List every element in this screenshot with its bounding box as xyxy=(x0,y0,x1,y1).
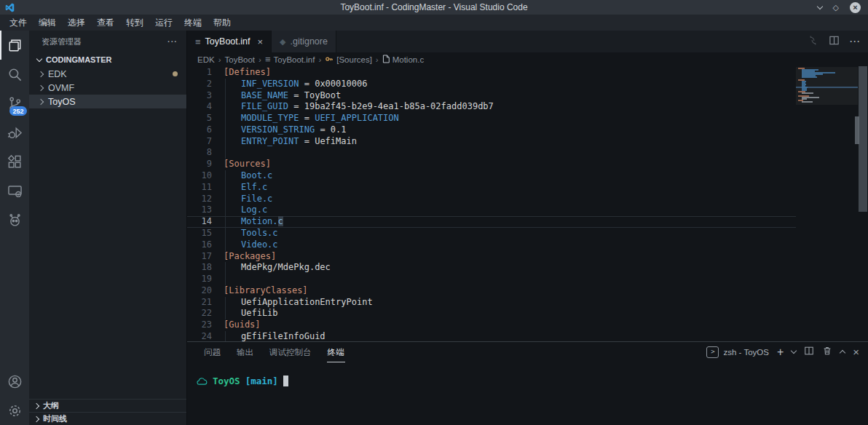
code-line-21[interactable]: 21UefiApplicationEntryPoint xyxy=(187,297,796,309)
title-bar: ToyBoot.inf - CodingMaster - Visual Stud… xyxy=(0,0,868,15)
activity-bar: 252 xyxy=(0,31,29,425)
remote-explorer-icon[interactable] xyxy=(0,176,29,205)
line-text: Log.c xyxy=(212,204,267,216)
new-terminal-icon[interactable]: + xyxy=(777,346,784,358)
line-number: 13 xyxy=(187,204,212,216)
menu-item-1[interactable]: 编辑 xyxy=(33,15,62,31)
titlebar-diamond-icon[interactable]: ◇ xyxy=(833,4,839,12)
breadcrumb-item-0[interactable]: EDK xyxy=(197,55,215,64)
menu-item-6[interactable]: 终端 xyxy=(178,15,208,31)
panel-tab-1[interactable]: 输出 xyxy=(229,342,261,364)
window-close-button[interactable]: × xyxy=(850,2,861,13)
breadcrumb-item-3[interactable]: [Sources] xyxy=(325,55,372,65)
terminal-selector[interactable]: > zsh - ToyOS xyxy=(706,346,768,358)
kill-terminal-icon[interactable] xyxy=(822,346,832,358)
menu-item-3[interactable]: 查看 xyxy=(91,15,120,31)
menu-item-2[interactable]: 选择 xyxy=(62,15,91,31)
menu-item-0[interactable]: 文件 xyxy=(4,15,33,31)
line-number: 11 xyxy=(187,182,212,194)
sidebar-item-ovmf[interactable]: OVMF xyxy=(29,81,186,95)
panel-tab-0[interactable]: 问题 xyxy=(196,342,229,364)
line-text: INF_VERSION = 0x00010006 xyxy=(212,79,367,90)
sidebar-more-actions-icon[interactable]: ··· xyxy=(167,37,178,46)
code-line-18[interactable]: 18MdePkg/MdePkg.dec xyxy=(187,262,796,274)
tree-item-label: ToyOS xyxy=(48,97,76,107)
split-terminal-icon[interactable] xyxy=(804,346,814,358)
settings-gear-icon[interactable] xyxy=(0,396,29,425)
sidebar-section-0[interactable]: 大纲 xyxy=(29,399,186,412)
code-line-20[interactable]: 20[LibraryClasses] xyxy=(187,285,796,297)
bug-extension-icon[interactable] xyxy=(0,205,29,234)
extensions-icon[interactable] xyxy=(0,147,29,176)
code-editor[interactable]: 1[Defines]2INF_VERSION = 0x000100063BASE… xyxy=(187,66,868,341)
chevron-right-icon xyxy=(38,84,44,90)
breadcrumb-item-1[interactable]: ToyBoot xyxy=(225,55,256,64)
menu-item-7[interactable]: 帮助 xyxy=(208,15,237,31)
line-text xyxy=(212,274,241,285)
open-changes-icon[interactable] xyxy=(808,35,818,48)
code-line-22[interactable]: 22UefiLib xyxy=(187,308,796,319)
sidebar-item-toyos[interactable]: ToyOS xyxy=(29,95,186,108)
editor-more-actions-icon[interactable]: ··· xyxy=(850,36,861,47)
breadcrumb-item-4[interactable]: Motion.c xyxy=(382,55,424,65)
tab-gitignore[interactable]: ◆.gitignore xyxy=(272,31,336,52)
code-line-7[interactable]: 7ENTRY_POINT = UefiMain xyxy=(187,136,796,148)
vscode-window: ToyBoot.inf - CodingMaster - Visual Stud… xyxy=(0,0,868,425)
line-text: Boot.c xyxy=(212,170,272,182)
search-icon[interactable] xyxy=(0,60,29,89)
code-line-1[interactable]: 1[Defines] xyxy=(187,67,796,79)
panel-tab-2[interactable]: 调试控制台 xyxy=(261,342,320,364)
maximize-panel-icon[interactable] xyxy=(840,350,845,356)
line-text: [Packages] xyxy=(212,251,276,263)
menu-item-4[interactable]: 转到 xyxy=(120,15,149,31)
indent-guide xyxy=(225,204,226,216)
code-line-17[interactable]: 17[Packages] xyxy=(187,251,796,263)
code-line-23[interactable]: 23[Guids] xyxy=(187,319,796,331)
sidebar-item-edk[interactable]: EDK xyxy=(29,67,186,81)
code-line-9[interactable]: 9[Sources] xyxy=(187,159,796,170)
terminal-content[interactable]: ToyOS [main] xyxy=(187,364,868,386)
run-debug-icon[interactable] xyxy=(0,118,29,147)
split-editor-icon[interactable] xyxy=(829,35,840,48)
source-control-badge: 252 xyxy=(9,106,27,116)
code-line-14[interactable]: 14Motion.c xyxy=(187,216,796,228)
account-icon[interactable] xyxy=(0,367,29,396)
editor-scrollbar[interactable] xyxy=(858,66,868,341)
code-line-12[interactable]: 12File.c xyxy=(187,194,796,205)
scrollbar-thumb[interactable] xyxy=(859,66,867,212)
code-line-8[interactable]: 8 xyxy=(187,147,796,159)
code-line-15[interactable]: 15Tools.c xyxy=(187,228,796,239)
tab-ToyBootinf[interactable]: ≡ToyBoot.inf× xyxy=(187,31,272,52)
explorer-icon[interactable] xyxy=(0,31,29,60)
overview-ruler-marker xyxy=(855,116,859,144)
terminal-dropdown-icon[interactable] xyxy=(791,348,797,354)
code-line-5[interactable]: 5MODULE_TYPE = UEFI_APPLICATION xyxy=(187,113,796,124)
code-line-6[interactable]: 6VERSION_STRING = 0.1 xyxy=(187,124,796,136)
line-text xyxy=(212,147,241,159)
line-text: BASE_NAME = ToyBoot xyxy=(212,90,341,102)
menu-item-5[interactable]: 运行 xyxy=(149,15,178,31)
code-line-16[interactable]: 16Video.c xyxy=(187,239,796,251)
workspace-root[interactable]: CODINGMASTER xyxy=(29,52,186,67)
titlebar-chevron-down-icon[interactable] xyxy=(816,3,822,9)
close-panel-icon[interactable]: × xyxy=(853,346,859,357)
code-line-10[interactable]: 10Boot.c xyxy=(187,170,796,182)
code-line-19[interactable]: 19 xyxy=(187,274,796,285)
code-line-2[interactable]: 2INF_VERSION = 0x00010006 xyxy=(187,79,796,90)
source-control-icon[interactable]: 252 xyxy=(0,89,29,118)
line-number: 22 xyxy=(187,308,212,319)
tab-close-icon[interactable]: × xyxy=(257,36,263,47)
line-text: VERSION_STRING = 0.1 xyxy=(212,124,347,136)
indent-guide xyxy=(225,147,226,159)
breadcrumb-item-2[interactable]: ≡ToyBoot.inf xyxy=(265,54,315,65)
code-line-4[interactable]: 4FILE_GUID = 19ba2f45-b2e9-4ea1-b85a-02f… xyxy=(187,101,796,113)
panel-tab-3[interactable]: 终端 xyxy=(320,342,352,364)
sidebar-section-1[interactable]: 时间线 xyxy=(29,412,186,425)
code-line-11[interactable]: 11Elf.c xyxy=(187,182,796,194)
code-line-13[interactable]: 13Log.c xyxy=(187,204,796,216)
line-number: 8 xyxy=(187,147,212,159)
code-line-3[interactable]: 3BASE_NAME = ToyBoot xyxy=(187,90,796,102)
minimap[interactable] xyxy=(796,67,858,341)
tab-bar: ≡ToyBoot.inf×◆.gitignore ··· xyxy=(187,31,868,52)
terminal-icon: > xyxy=(706,346,719,358)
